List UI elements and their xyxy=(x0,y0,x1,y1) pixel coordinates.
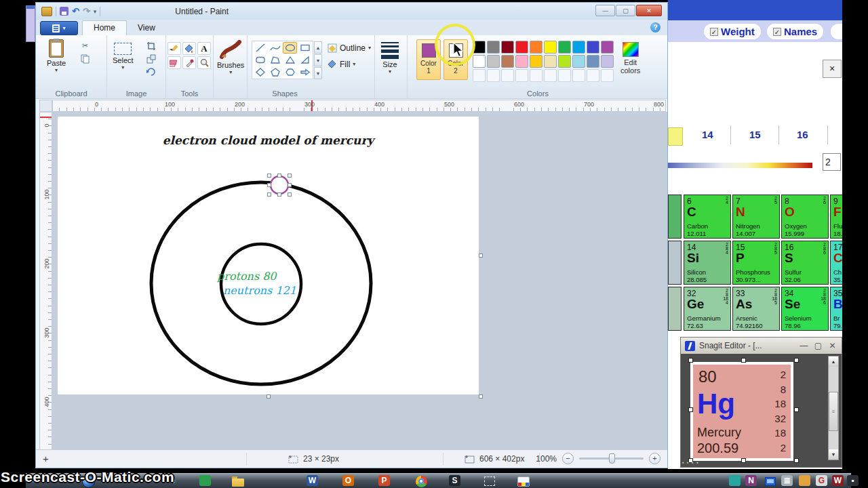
checkbox-icon[interactable]: ✓ xyxy=(773,28,781,36)
folder-icon[interactable] xyxy=(231,475,245,487)
curve-shape-icon[interactable] xyxy=(268,42,282,54)
palette-swatch-empty[interactable] xyxy=(558,69,571,82)
tab-home[interactable]: Home xyxy=(82,20,127,35)
maximize-button[interactable]: ▢ xyxy=(813,341,823,350)
polygon-shape-icon[interactable] xyxy=(268,54,282,66)
shapes-scroll-up-icon[interactable]: ▲ xyxy=(314,41,322,54)
palette-swatch-empty[interactable] xyxy=(530,69,542,82)
chrome-icon[interactable] xyxy=(414,475,428,487)
palette-swatch[interactable] xyxy=(544,55,557,68)
word-icon[interactable]: W xyxy=(307,475,318,486)
app-icon-green[interactable] xyxy=(199,475,211,486)
outlook-icon[interactable]: O xyxy=(342,475,354,486)
app-menu-button[interactable]: ▾ xyxy=(40,21,78,35)
selection-handle[interactable] xyxy=(688,358,693,363)
fill-button[interactable]: Fill ▾ xyxy=(328,60,355,69)
element-cell-f9[interactable]: 92 7FFlu18. xyxy=(830,195,842,239)
palette-swatch-empty[interactable] xyxy=(572,69,585,82)
onenote-icon[interactable]: N xyxy=(745,475,757,486)
copy-icon[interactable] xyxy=(79,54,91,64)
palette-swatch[interactable] xyxy=(501,41,514,54)
palette-swatch[interactable] xyxy=(572,41,585,54)
element-cell-se34[interactable]: 342 8 18 6SeSelenium78.96 xyxy=(781,287,829,331)
palette-swatch[interactable] xyxy=(601,41,614,54)
element-cell-p15[interactable]: 152 8 5PPhosphorus30.973... xyxy=(732,241,780,285)
text-tool-icon[interactable]: A xyxy=(197,42,211,55)
shape-selection-handle[interactable] xyxy=(288,192,292,197)
redo-icon[interactable]: ↷ xyxy=(83,7,90,16)
canvas-resize-handle-corner[interactable] xyxy=(479,394,483,399)
scroll-up-icon[interactable]: ▲ xyxy=(829,357,838,367)
undo-icon[interactable]: ↶ xyxy=(72,7,79,16)
minimize-button[interactable]: — xyxy=(595,5,615,16)
shape-selection-handle[interactable] xyxy=(267,174,271,178)
brushes-button[interactable]: Brushes ▾ xyxy=(217,39,244,75)
selection-handle[interactable] xyxy=(794,458,799,463)
checkbox-icon[interactable]: ✓ xyxy=(710,28,718,36)
element-cell-as33[interactable]: 332 8 18 5AsArsenic74.92160 xyxy=(732,287,780,331)
ellipse-shape-icon[interactable] xyxy=(283,42,297,54)
palette-swatch[interactable] xyxy=(515,55,528,68)
palette-swatch[interactable] xyxy=(587,41,599,54)
right-triangle-shape-icon[interactable] xyxy=(298,54,312,66)
tab-view[interactable]: View xyxy=(127,21,166,35)
element-cell-o8[interactable]: 82 6OOxygen15.999 xyxy=(781,195,829,239)
scrollbar-thumb[interactable]: ≡ xyxy=(829,392,838,431)
line-shape-icon[interactable] xyxy=(253,42,267,54)
fill-tool-icon[interactable] xyxy=(182,42,196,55)
rotate-icon[interactable] xyxy=(145,66,157,77)
minimize-button[interactable]: — xyxy=(799,341,809,350)
layers-icon[interactable]: ≣ xyxy=(781,475,793,486)
electron-shape[interactable] xyxy=(271,176,288,194)
zoom-slider-thumb[interactable] xyxy=(609,453,615,464)
book-icon[interactable] xyxy=(799,475,810,486)
palette-swatch[interactable] xyxy=(501,55,514,68)
rectangle-shape-icon[interactable] xyxy=(298,42,312,54)
palette-swatch-empty[interactable] xyxy=(501,69,514,82)
maximize-button[interactable]: ▢ xyxy=(616,5,635,16)
paste-button[interactable]: Paste ▾ xyxy=(47,39,66,73)
names-toggle[interactable]: ✓ Names xyxy=(767,24,823,39)
qat-dropdown-icon[interactable]: ▾ xyxy=(94,9,97,14)
diamond-shape-icon[interactable] xyxy=(253,66,267,78)
shape-selection-handle[interactable] xyxy=(267,183,271,187)
select-button[interactable]: Select ▾ xyxy=(113,39,134,70)
palette-swatch[interactable] xyxy=(487,41,500,54)
element-cell-n7[interactable]: 72 5NNitrogen14.007 xyxy=(732,195,780,239)
element-card-hg[interactable]: 80 281832182 Hg Mercury 200.59 xyxy=(690,362,793,461)
shapes-scroll-down-icon[interactable]: ▼ xyxy=(314,54,322,66)
resize-icon[interactable] xyxy=(145,54,157,64)
shapes-more-icon[interactable]: ▼ xyxy=(314,67,322,79)
help-icon[interactable]: ? xyxy=(650,22,660,33)
zoom-slider[interactable] xyxy=(579,458,644,460)
pencil-tool-icon[interactable] xyxy=(167,42,181,55)
paint-icon[interactable] xyxy=(517,475,530,487)
palette-swatch[interactable] xyxy=(587,55,599,68)
edit-colors-button[interactable]: Edit colors xyxy=(620,42,640,75)
color-picker-tool-icon[interactable] xyxy=(182,56,196,69)
palette-swatch[interactable] xyxy=(530,41,542,54)
element-cell-c6[interactable]: 62 4CCarbon12.011 xyxy=(684,195,731,239)
element-cell-ge32[interactable]: 322 8 18 4GeGermanium72.63 xyxy=(684,287,731,331)
arrow-shape-icon[interactable] xyxy=(298,66,312,78)
snagit-icon[interactable]: S xyxy=(449,475,460,486)
selection-handle[interactable] xyxy=(741,358,746,363)
hexagon-shape-icon[interactable] xyxy=(283,66,297,78)
selection-handle[interactable] xyxy=(794,407,799,412)
pentagon-shape-icon[interactable] xyxy=(268,66,282,78)
palette-swatch[interactable] xyxy=(601,55,614,68)
cut-icon[interactable]: ✂ xyxy=(79,41,91,51)
palette-swatch[interactable] xyxy=(530,55,542,68)
palette-swatch[interactable] xyxy=(558,55,571,68)
g-icon[interactable]: G xyxy=(816,475,827,486)
element-cell-si14[interactable]: 142 8 4SiSilicon28.085 xyxy=(684,241,731,285)
zoom-in-button[interactable]: + xyxy=(649,453,660,464)
palette-swatch[interactable] xyxy=(558,41,571,54)
display-icon[interactable] xyxy=(764,475,777,487)
element-cell-b35[interactable]: 352 8 18 7BBr79. xyxy=(830,287,842,331)
snipping-tool-icon[interactable] xyxy=(483,475,496,487)
snagit-scrollbar[interactable]: ▲ ≡ ▼ xyxy=(828,356,839,460)
palette-swatch[interactable] xyxy=(544,41,557,54)
palette-swatch-empty[interactable] xyxy=(601,69,614,82)
size-button[interactable]: Size ▾ xyxy=(381,42,399,74)
